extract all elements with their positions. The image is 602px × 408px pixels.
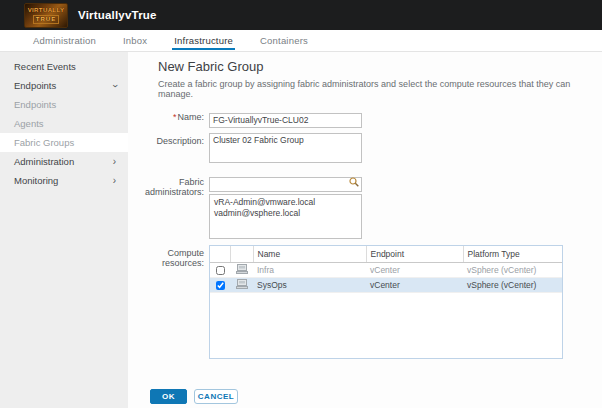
app-title: VirtuallyvTrue	[78, 9, 157, 21]
main-content: New Fabric Group Create a fabric group b…	[128, 52, 602, 408]
fabric-group-form: *Name: Description: Cluster 02 Fabric Gr…	[140, 109, 602, 359]
tab-containers[interactable]: Containers	[260, 30, 308, 51]
ok-button[interactable]: OK	[150, 389, 187, 404]
row-checkbox[interactable]	[216, 281, 225, 290]
name-column-header: Name	[253, 246, 366, 262]
description-textarea[interactable]: Cluster 02 Fabric Group	[209, 133, 362, 163]
fabric-admin-list[interactable]: vRA-Admin@vmware.local vadmin@vsphere.lo…	[209, 194, 362, 239]
row-name: Infra	[253, 262, 366, 277]
sidebar-item-label: Endpoints	[14, 99, 56, 110]
logo-text-line2: TRUE	[33, 15, 59, 24]
table-header-row: Name Endpoint Platform Type	[210, 246, 562, 262]
tab-administration[interactable]: Administration	[33, 30, 96, 51]
required-asterisk: *	[173, 112, 177, 122]
fabric-admin-member[interactable]: vadmin@vsphere.local	[214, 208, 357, 219]
compute-resources-table: Name Endpoint Platform Type	[209, 245, 563, 359]
row-endpoint: vCenter	[366, 277, 463, 292]
main-nav-tabbar: Administration Inbox Infrastructure Cont…	[0, 30, 602, 52]
name-label: *Name:	[140, 109, 204, 122]
fabric-admin-member[interactable]: vRA-Admin@vmware.local	[214, 197, 357, 208]
sidebar-item-label: Agents	[14, 118, 44, 129]
app-header: VIRTUALLY TRUE VirtuallyvTrue	[0, 0, 602, 30]
fabric-admin-search-input[interactable]	[209, 177, 362, 192]
page-title: New Fabric Group	[158, 59, 602, 74]
table-row[interactable]: SysOps vCenter vSphere (vCenter)	[210, 277, 562, 292]
sidebar: Recent Events Endpoints › Endpoints Agen…	[0, 52, 128, 408]
sidebar-item-administration[interactable]: Administration ›	[0, 152, 128, 171]
sidebar-item-endpoints-group[interactable]: Endpoints ›	[0, 76, 128, 95]
app-window: VIRTUALLY TRUE VirtuallyvTrue Administra…	[0, 0, 602, 408]
row-name: SysOps	[253, 277, 366, 292]
sidebar-item-label: Fabric Groups	[14, 137, 74, 148]
chevron-right-icon: ›	[113, 157, 116, 167]
description-label: Description:	[140, 133, 204, 146]
fabric-administrators-label: Fabric administrators:	[140, 174, 204, 197]
company-logo: VIRTUALLY TRUE	[24, 3, 68, 28]
compute-resources-label: Compute resources:	[140, 245, 204, 268]
search-icon[interactable]	[349, 177, 359, 187]
sidebar-item-label: Administration	[14, 156, 74, 167]
sidebar-item-label: Monitoring	[14, 175, 58, 186]
row-checkbox[interactable]	[216, 266, 225, 275]
tab-infrastructure[interactable]: Infrastructure	[174, 30, 233, 51]
checkbox-column-header	[210, 246, 230, 262]
host-icon	[236, 279, 248, 289]
row-platform: vSphere (vCenter)	[463, 277, 562, 292]
table-row[interactable]: Infra vCenter vSphere (vCenter)	[210, 262, 562, 277]
sidebar-item-recent-events[interactable]: Recent Events	[0, 57, 128, 76]
sidebar-item-agents[interactable]: Agents	[0, 114, 128, 133]
form-footer: OK CANCEL	[150, 389, 238, 404]
sidebar-item-label: Recent Events	[14, 61, 76, 72]
platform-type-column-header: Platform Type	[463, 246, 562, 262]
chevron-right-icon: ›	[113, 176, 116, 186]
sidebar-item-endpoints[interactable]: Endpoints	[0, 95, 128, 114]
host-icon	[236, 264, 248, 274]
sidebar-item-label: Endpoints	[14, 80, 56, 91]
sidebar-item-monitoring[interactable]: Monitoring ›	[0, 171, 128, 190]
endpoint-column-header: Endpoint	[366, 246, 463, 262]
name-input[interactable]	[209, 113, 362, 128]
sidebar-item-fabric-groups[interactable]: Fabric Groups	[0, 133, 128, 152]
tab-inbox[interactable]: Inbox	[123, 30, 147, 51]
chevron-down-icon: ›	[109, 84, 119, 87]
logo-text-line1: VIRTUALLY	[28, 7, 65, 14]
row-platform: vSphere (vCenter)	[463, 262, 562, 277]
cancel-button[interactable]: CANCEL	[194, 389, 238, 404]
icon-column-header	[230, 246, 253, 262]
page-intro: Create a fabric group by assigning fabri…	[158, 79, 602, 99]
row-endpoint: vCenter	[366, 262, 463, 277]
